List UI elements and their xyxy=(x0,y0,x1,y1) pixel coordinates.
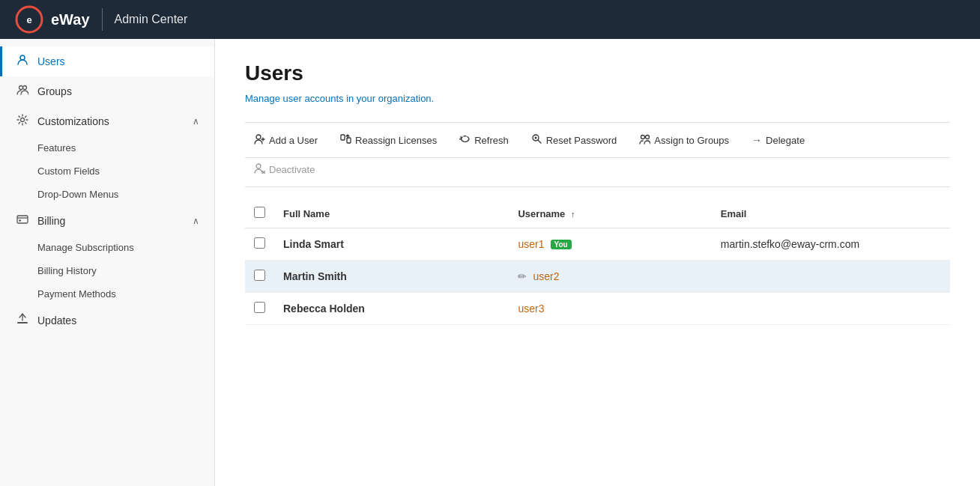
table-row: Martin Smith ✏ user2 xyxy=(245,261,950,293)
svg-text:e: e xyxy=(26,14,31,25)
logo-icon: e xyxy=(15,5,43,34)
sidebar-item-billing-history[interactable]: Billing History xyxy=(0,259,214,282)
customizations-expand-icon: ∧ xyxy=(193,116,199,127)
svg-rect-11 xyxy=(341,135,345,140)
delegate-icon: → xyxy=(751,134,762,146)
email-header: Email xyxy=(712,199,950,228)
svg-point-5 xyxy=(23,86,27,90)
assign-groups-icon xyxy=(639,133,650,147)
sidebar-item-users-label: Users xyxy=(37,55,65,67)
row1-checkbox[interactable] xyxy=(254,237,265,249)
row3-checkbox[interactable] xyxy=(254,302,265,313)
deactivate-icon xyxy=(254,162,265,176)
customizations-icon xyxy=(15,114,30,129)
logo-text: eWay xyxy=(51,11,90,28)
add-user-label: Add a User xyxy=(269,135,318,146)
sidebar-item-users[interactable]: Users xyxy=(0,46,214,76)
sidebar: ❮ Users Groups Customizat xyxy=(0,39,215,486)
header-divider xyxy=(102,8,103,31)
table-row: Rebecca Holden user3 xyxy=(245,293,950,325)
username-sort-icon: ↑ xyxy=(571,210,575,219)
app-header: e eWay Admin Center xyxy=(0,0,980,39)
row1-email: martin.stefko@eway-crm.com xyxy=(712,228,950,261)
updates-icon xyxy=(15,313,30,328)
svg-point-6 xyxy=(21,118,25,122)
sidebar-item-updates[interactable]: Updates xyxy=(0,306,214,335)
svg-point-15 xyxy=(641,136,645,139)
page-title: Users xyxy=(245,61,950,85)
sidebar-item-billing-label: Billing xyxy=(37,215,65,227)
sidebar-item-features-label: Features xyxy=(37,142,76,154)
row2-fullname: Martin Smith xyxy=(274,261,509,293)
assign-to-groups-label: Assign to Groups xyxy=(654,135,729,146)
groups-icon xyxy=(15,84,30,99)
reset-password-button[interactable]: Reset Password xyxy=(522,129,626,151)
delegate-button[interactable]: → Delegate xyxy=(742,130,814,151)
row1-checkbox-cell xyxy=(245,228,274,261)
sidebar-item-custom-fields-label: Custom Fields xyxy=(37,165,100,177)
main-content: Users Manage user accounts in your organ… xyxy=(215,39,980,486)
sidebar-item-groups[interactable]: Groups xyxy=(0,76,214,106)
toolbar: Add a User Reassign Licenses Refresh Res… xyxy=(245,122,950,158)
row2-checkbox-cell xyxy=(245,261,274,293)
sidebar-item-groups-label: Groups xyxy=(37,85,72,97)
svg-point-17 xyxy=(256,164,261,168)
sidebar-nav: Users Groups Customizations ∧ Features xyxy=(0,39,214,335)
reassign-icon xyxy=(340,133,351,147)
username-header[interactable]: Username ↑ xyxy=(509,199,711,228)
row2-checkbox[interactable] xyxy=(254,270,265,281)
refresh-button[interactable]: Refresh xyxy=(450,129,518,151)
row3-username: user3 xyxy=(509,293,711,325)
row2-username: ✏ user2 xyxy=(509,261,711,293)
page-subtitle: Manage user accounts in your organizatio… xyxy=(245,93,950,104)
select-all-header xyxy=(245,199,274,228)
refresh-icon xyxy=(459,133,471,147)
sidebar-item-payment-methods[interactable]: Payment Methods xyxy=(0,282,214,306)
sidebar-item-dropdown-menus-label: Drop-Down Menus xyxy=(37,189,118,200)
sidebar-item-custom-fields[interactable]: Custom Fields xyxy=(0,160,214,183)
row3-fullname: Rebecca Holden xyxy=(274,293,509,325)
reset-password-icon xyxy=(531,133,542,147)
sidebar-item-billing-history-label: Billing History xyxy=(37,265,97,276)
billing-expand-icon: ∧ xyxy=(193,216,199,226)
deactivate-button[interactable]: Deactivate xyxy=(245,158,324,180)
sidebar-item-payment-methods-label: Payment Methods xyxy=(37,288,116,300)
sidebar-item-billing[interactable]: Billing ∧ xyxy=(0,206,214,236)
add-user-icon xyxy=(254,133,265,147)
svg-point-14 xyxy=(534,137,536,139)
user-icon xyxy=(15,54,30,69)
edit-icon[interactable]: ✏ xyxy=(518,270,527,282)
svg-point-4 xyxy=(19,86,23,90)
fullname-header: Full Name xyxy=(274,199,509,228)
sidebar-item-dropdown-menus[interactable]: Drop-Down Menus xyxy=(0,183,214,206)
assign-to-groups-button[interactable]: Assign to Groups xyxy=(630,129,738,151)
svg-point-3 xyxy=(20,55,25,60)
reset-password-label: Reset Password xyxy=(546,135,617,146)
row1-fullname: Linda Smart xyxy=(274,228,509,261)
you-badge: You xyxy=(551,240,572,249)
row3-email xyxy=(712,293,950,325)
toolbar-row2: Deactivate xyxy=(245,158,950,187)
sidebar-item-manage-subscriptions-label: Manage Subscriptions xyxy=(37,242,134,253)
svg-rect-7 xyxy=(17,216,28,223)
svg-rect-8 xyxy=(19,220,21,222)
sidebar-item-customizations-label: Customizations xyxy=(37,115,109,127)
row2-email xyxy=(712,261,950,293)
add-user-button[interactable]: Add a User xyxy=(245,129,327,151)
reassign-licenses-button[interactable]: Reassign Licenses xyxy=(331,129,446,151)
billing-icon xyxy=(15,213,30,228)
sidebar-item-updates-label: Updates xyxy=(37,315,76,326)
row1-username: user1 You xyxy=(509,228,711,261)
users-table: Full Name Username ↑ Email xyxy=(245,199,950,325)
delegate-label: Delegate xyxy=(766,135,805,146)
header-title: Admin Center xyxy=(115,13,188,26)
table-row: Linda Smart user1 You martin.stefko@eway… xyxy=(245,228,950,261)
sidebar-item-customizations[interactable]: Customizations ∧ xyxy=(0,106,214,136)
select-all-checkbox[interactable] xyxy=(254,207,265,218)
svg-rect-9 xyxy=(17,322,28,324)
sidebar-item-features[interactable]: Features xyxy=(0,136,214,160)
sidebar-item-manage-subscriptions[interactable]: Manage Subscriptions xyxy=(0,236,214,259)
logo: e eWay xyxy=(15,5,90,34)
svg-point-10 xyxy=(256,135,261,139)
reassign-licenses-label: Reassign Licenses xyxy=(355,135,437,146)
